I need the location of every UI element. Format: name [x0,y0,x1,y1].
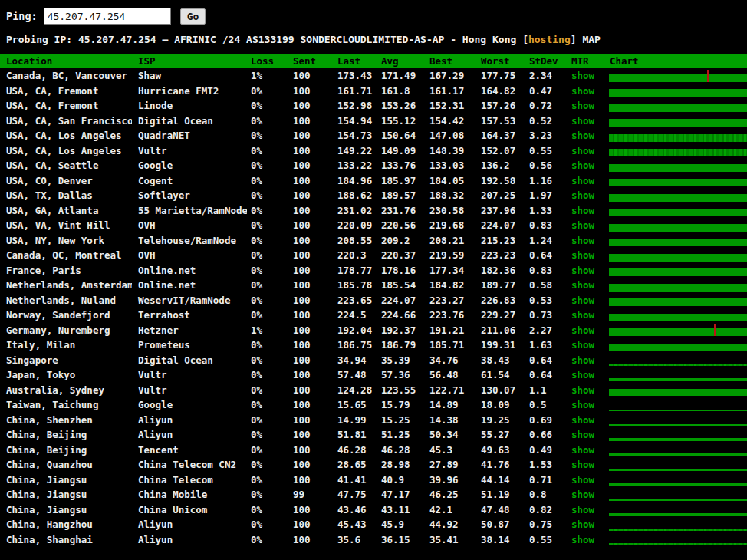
cell-avg: 220.56 [377,218,426,233]
ping-input[interactable] [44,8,171,25]
mtr-show-link[interactable]: show [571,205,594,216]
cell-stdev: 1.1 [525,383,568,398]
cell-isp: Google [132,397,247,413]
header-worst: Worst [477,54,525,68]
latency-chart [606,218,747,233]
cell-sent: 100 [289,293,334,308]
table-row: China, Jiangsu China Unicom 0% 100 43.46… [0,502,747,518]
cell-best: 167.29 [426,68,477,84]
table-row: Germany, Nuremberg Hetzner 1% 100 192.04… [0,323,747,338]
hosting-bracket-close: ] [571,34,583,45]
as-number-link[interactable]: AS133199 [246,34,295,45]
latency-bar [609,424,747,426]
cell-sent: 100 [289,397,334,413]
mtr-show-link[interactable]: show [571,324,594,336]
cell-sent: 99 [289,487,334,502]
mtr-show-link[interactable]: show [571,249,594,261]
cell-stdev: 2.27 [525,323,568,338]
latency-chart [606,278,747,293]
cell-best: 45.3 [426,443,477,458]
table-row: China, Jiangsu China Telecom 0% 100 41.4… [0,473,747,488]
mtr-show-link[interactable]: show [571,70,594,81]
mtr-show-link[interactable]: show [571,429,594,440]
mtr-show-link[interactable]: show [571,279,594,291]
mtr-show-link[interactable]: show [571,384,594,396]
mtr-show-link[interactable]: show [571,115,594,127]
cell-sent: 100 [289,278,334,293]
cell-isp: Online.net [132,263,247,278]
mtr-show-link[interactable]: show [571,85,594,97]
cell-worst: 182.36 [477,263,525,278]
latency-bar [609,529,747,531]
table-row: Singapore Digital Ocean 0% 100 34.94 35.… [0,353,747,368]
cell-isp: Online.net [132,278,247,293]
mtr-show-link[interactable]: show [571,219,594,231]
cell-best: 34.76 [426,353,477,368]
cell-avg: 231.76 [377,203,426,219]
mtr-show-link[interactable]: show [571,145,594,156]
mtr-show-link[interactable]: show [571,160,594,171]
ping-tool-page: Ping: Go Probing IP: 45.207.47.254 – AFR… [0,0,747,547]
cell-sent: 100 [289,84,334,99]
latency-chart [606,188,747,203]
cell-last: 154.73 [334,128,377,143]
cell-sent: 100 [289,413,334,428]
mtr-show-link[interactable]: show [571,459,594,470]
cell-worst: 229.27 [477,308,525,323]
table-row: Norway, Sandefjord Terrahost 0% 100 224.… [0,308,747,323]
cell-loss: 1% [247,323,289,338]
cell-sent: 100 [289,457,334,473]
cell-best: 161.17 [426,84,477,99]
cell-worst: 50.87 [477,517,525,532]
mtr-show-link[interactable]: show [571,489,594,500]
latency-chart [606,308,747,323]
ping-results-table: Location ISP Loss Sent Last Avg Best Wor… [0,54,747,547]
cell-loss: 0% [247,143,289,159]
map-link[interactable]: MAP [582,34,600,45]
cell-loss: 0% [247,353,289,368]
cell-last: 220.09 [334,218,377,233]
mtr-show-link[interactable]: show [571,444,594,456]
mtr-show-link[interactable]: show [571,130,594,141]
cell-location: USA, GA, Atlanta [0,203,132,219]
latency-chart [606,397,747,413]
latency-chart [606,68,747,84]
table-row: China, Beijing Aliyun 0% 100 51.81 51.25… [0,427,747,443]
cell-best: 177.34 [426,263,477,278]
mtr-show-link[interactable]: show [571,399,594,410]
mtr-show-link[interactable]: show [571,474,594,486]
latency-chart [606,128,747,143]
go-button[interactable]: Go [180,8,206,25]
cell-best: 50.34 [426,427,477,443]
cell-location: China, Shenzhen [0,413,132,428]
mtr-show-link[interactable]: show [571,339,594,351]
mtr-show-link[interactable]: show [571,295,594,306]
table-row: China, Quanzhou China Telecom CN2 0% 100… [0,457,747,473]
mtr-show-link[interactable]: show [571,369,594,380]
cell-loss: 0% [247,457,289,473]
cell-worst: 157.26 [477,98,525,114]
latency-bar [609,89,747,97]
cell-location: USA, CO, Denver [0,173,132,189]
mtr-show-link[interactable]: show [571,534,594,545]
mtr-show-link[interactable]: show [571,265,594,276]
mtr-show-link[interactable]: show [571,189,594,201]
cell-location: Canada, QC, Montreal [0,248,132,263]
mtr-show-link[interactable]: show [571,100,594,111]
latency-chart [606,443,747,458]
mtr-show-link[interactable]: show [571,175,594,186]
cell-loss: 0% [247,383,289,398]
latency-bar [609,224,747,232]
mtr-show-link[interactable]: show [571,414,594,426]
mtr-show-link[interactable]: show [571,504,594,516]
cell-stdev: 0.47 [525,84,568,99]
mtr-show-link[interactable]: show [571,309,594,321]
cell-stdev: 0.83 [525,263,568,278]
mtr-show-link[interactable]: show [571,354,594,366]
cell-worst: 47.48 [477,502,525,518]
mtr-show-link[interactable]: show [571,235,594,246]
mtr-show-link[interactable]: show [571,519,594,530]
cell-last: 178.77 [334,263,377,278]
latency-bar [609,284,747,292]
latency-bar [609,239,747,246]
